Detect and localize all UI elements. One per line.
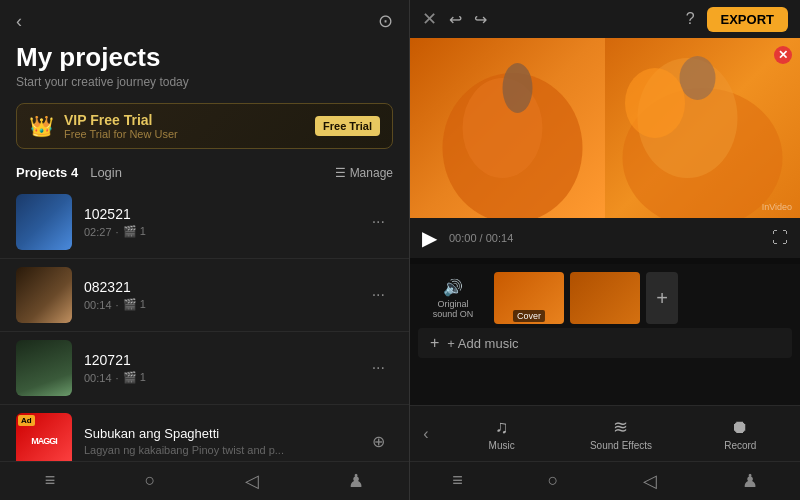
project-description: Lagyan ng kakaibang Pinoy twist and p... bbox=[84, 444, 364, 456]
manage-button[interactable]: ☰ Manage bbox=[335, 166, 393, 180]
project-duration: 00:14 bbox=[84, 372, 112, 384]
clips-row: 🔊 Originalsound ON Cover + bbox=[410, 268, 800, 328]
project-clips: 🎬 1 bbox=[123, 298, 146, 311]
page-title: My projects bbox=[16, 42, 393, 73]
add-clip-button[interactable]: + bbox=[646, 272, 678, 324]
bottom-nav: ≡ ○ ◁ ♟ bbox=[0, 461, 409, 500]
clip-thumbnail[interactable]: Cover bbox=[494, 272, 564, 324]
settings-icon[interactable]: ⊙ bbox=[378, 10, 393, 32]
project-info: 120721 00:14 · 🎬 1 bbox=[84, 352, 364, 384]
vip-banner[interactable]: 👑 VIP Free Trial Free Trial for New User… bbox=[16, 103, 393, 149]
vip-subtitle: Free Trial for New User bbox=[64, 128, 315, 140]
project-name: 082321 bbox=[84, 279, 364, 295]
right-nav-person-icon[interactable]: ♟ bbox=[742, 470, 758, 492]
clip-thumbnail[interactable] bbox=[570, 272, 640, 324]
list-item[interactable]: 102521 02:27 · 🎬 1 ··· bbox=[0, 186, 409, 259]
right-nav-home-icon[interactable]: ○ bbox=[547, 470, 558, 492]
play-button[interactable]: ▶ bbox=[422, 226, 437, 250]
sound-effects-icon: ≋ bbox=[613, 416, 628, 438]
music-tool-button[interactable]: ♫ Music bbox=[442, 411, 561, 457]
project-more-button[interactable]: ··· bbox=[364, 209, 393, 235]
nav-person-icon[interactable]: ♟ bbox=[348, 470, 364, 492]
record-label: Record bbox=[724, 440, 756, 451]
project-more-button[interactable]: ··· bbox=[364, 282, 393, 308]
project-meta: 00:14 · 🎬 1 bbox=[84, 371, 364, 384]
project-info: 082321 00:14 · 🎬 1 bbox=[84, 279, 364, 311]
vip-crown-icon: 👑 bbox=[29, 114, 54, 138]
nav-back-icon[interactable]: ◁ bbox=[245, 470, 259, 492]
right-nav-back-icon[interactable]: ◁ bbox=[643, 470, 657, 492]
video-frame bbox=[410, 38, 800, 218]
project-duration: 00:14 bbox=[84, 299, 112, 311]
right-nav-menu-icon[interactable]: ≡ bbox=[452, 470, 463, 492]
record-icon: ⏺ bbox=[731, 417, 749, 438]
bottom-toolbar: ‹ ♫ Music ≋ Sound Effects ⏺ Record bbox=[410, 405, 800, 461]
timeline-bar[interactable] bbox=[410, 258, 800, 264]
record-tool-button[interactable]: ⏺ Record bbox=[681, 411, 800, 457]
sound-toggle-button[interactable]: 🔊 bbox=[443, 278, 463, 297]
right-bottom-nav: ≡ ○ ◁ ♟ bbox=[410, 461, 800, 500]
project-clips: 🎬 1 bbox=[123, 225, 146, 238]
fullscreen-button[interactable]: ⛶ bbox=[772, 229, 788, 247]
nav-home-icon[interactable]: ○ bbox=[145, 470, 156, 492]
project-more-button[interactable]: ··· bbox=[364, 355, 393, 381]
list-item[interactable]: 120721 00:14 · 🎬 1 ··· bbox=[0, 332, 409, 405]
nav-menu-icon[interactable]: ≡ bbox=[45, 470, 56, 492]
project-clips: 🎬 1 bbox=[123, 371, 146, 384]
export-button[interactable]: EXPORT bbox=[707, 7, 788, 32]
projects-count: Projects 4 bbox=[16, 165, 78, 180]
sound-controls: 🔊 Originalsound ON bbox=[418, 278, 488, 319]
add-music-row[interactable]: + + Add music bbox=[418, 328, 792, 358]
project-info: Subukan ang Spaghetti Lagyan ng kakaiban… bbox=[84, 426, 364, 456]
collapse-button[interactable]: ‹ bbox=[410, 419, 442, 449]
add-music-plus-icon: + bbox=[430, 334, 439, 352]
manage-icon: ☰ bbox=[335, 166, 346, 180]
cover-label: Cover bbox=[513, 310, 545, 322]
sound-effects-tool-button[interactable]: ≋ Sound Effects bbox=[561, 410, 680, 457]
undo-button[interactable]: ↩ bbox=[449, 10, 462, 29]
project-name: 120721 bbox=[84, 352, 364, 368]
vip-title: VIP Free Trial bbox=[64, 112, 315, 128]
vip-free-trial-button[interactable]: Free Trial bbox=[315, 116, 380, 136]
clips-area: 🔊 Originalsound ON Cover + + + Add music bbox=[410, 264, 800, 362]
svg-point-2 bbox=[503, 63, 533, 113]
help-button[interactable]: ? bbox=[686, 10, 695, 28]
vip-text: VIP Free Trial Free Trial for New User bbox=[64, 112, 315, 140]
sound-effects-label: Sound Effects bbox=[590, 440, 652, 451]
close-button[interactable]: ✕ bbox=[422, 8, 437, 30]
watermark: InVideo bbox=[762, 202, 792, 212]
music-icon: ♫ bbox=[495, 417, 509, 438]
project-action-button[interactable]: ⊕ bbox=[364, 428, 393, 455]
add-music-label: + Add music bbox=[447, 336, 518, 351]
editor-header: ✕ ↩ ↪ ? EXPORT bbox=[410, 0, 800, 38]
project-thumbnail bbox=[16, 267, 72, 323]
list-item[interactable]: Ad MAGGI Subukan ang Spaghetti Lagyan ng… bbox=[0, 405, 409, 461]
time-current: 00:00 bbox=[449, 232, 477, 244]
project-thumbnail: Ad MAGGI bbox=[16, 413, 72, 461]
project-name: Subukan ang Spaghetti bbox=[84, 426, 364, 441]
login-button[interactable]: Login bbox=[90, 165, 122, 180]
project-thumbnail bbox=[16, 340, 72, 396]
project-meta: 00:14 · 🎬 1 bbox=[84, 298, 364, 311]
project-meta: 02:27 · 🎬 1 bbox=[84, 225, 364, 238]
video-preview: ✕ InVideo bbox=[410, 38, 800, 218]
left-panel: ‹ ⊙ My projects Start your creative jour… bbox=[0, 0, 410, 500]
timeline-controls: ▶ 00:00 / 00:14 ⛶ bbox=[410, 218, 800, 258]
page-subtitle: Start your creative journey today bbox=[16, 75, 393, 89]
project-info: 102521 02:27 · 🎬 1 bbox=[84, 206, 364, 238]
pumpkin-right bbox=[605, 38, 800, 218]
project-list: 102521 02:27 · 🎬 1 ··· 082321 00:14 · 🎬 … bbox=[0, 186, 409, 461]
pumpkin-left bbox=[410, 38, 605, 218]
left-header: ‹ ⊙ bbox=[0, 0, 409, 38]
redo-button[interactable]: ↪ bbox=[474, 10, 487, 29]
back-button[interactable]: ‹ bbox=[16, 11, 22, 32]
list-item[interactable]: 082321 00:14 · 🎬 1 ··· bbox=[0, 259, 409, 332]
ad-badge: Ad bbox=[18, 415, 35, 426]
music-label: Music bbox=[489, 440, 515, 451]
brand-logo: MAGGI bbox=[31, 436, 57, 446]
sound-label: Originalsound ON bbox=[433, 299, 474, 319]
clip-visual bbox=[570, 272, 640, 324]
plus-icon: + bbox=[656, 287, 668, 310]
error-badge: ✕ bbox=[774, 46, 792, 64]
projects-header: Projects 4 Login ☰ Manage bbox=[0, 155, 409, 186]
